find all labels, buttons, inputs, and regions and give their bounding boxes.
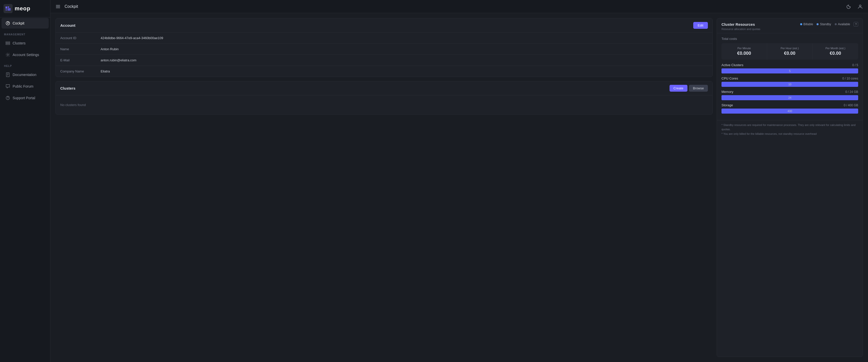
costs-grid: Per Minute €0.000 Per Hour (est.) €0.00 … (721, 43, 858, 60)
topbar: Cockpit (51, 0, 868, 13)
progress-label: 10 (788, 83, 791, 86)
cost-label: Per Minute (725, 47, 763, 50)
available-dot (835, 23, 837, 25)
logo-area: meop (0, 0, 50, 18)
field-label: Account ID (56, 33, 96, 44)
sidebar-item-account-settings-label: Account Settings (12, 53, 39, 57)
resource-name: Active Clusters (721, 63, 743, 67)
svg-point-2 (7, 23, 8, 24)
svg-point-14 (7, 99, 8, 99)
progress-label: 24 (788, 96, 791, 99)
resource-header: Memory 0 / 24 GB (721, 90, 858, 94)
cost-value: €0.00 (771, 51, 808, 56)
clusters-card-title: Clusters (60, 86, 75, 90)
field-value: anton.rubin@eliatra.com (96, 55, 712, 66)
sidebar-item-support-portal-label: Support Portal (12, 96, 35, 100)
resource-quota: 0 / 5 (852, 63, 858, 67)
cost-label: Per Hour (est.) (771, 47, 808, 50)
topbar-right (845, 3, 864, 10)
public-forum-icon (5, 84, 10, 89)
table-row: Name Anton Rubin (56, 44, 712, 55)
svg-rect-9 (6, 73, 9, 77)
left-panel: Account Edit Account ID 424b8dbe-9664-47… (56, 18, 713, 357)
right-panel: Cluster Resources Billable Standby (717, 18, 863, 357)
resource-header: CPU Cores 0 / 10 cores (721, 77, 858, 80)
svg-rect-6 (6, 43, 10, 44)
account-card-title: Account (60, 23, 75, 28)
legend-billable-label: Billable (803, 23, 813, 26)
sidebar-item-clusters[interactable]: Clusters (1, 38, 49, 49)
sidebar-item-account-settings[interactable]: Account Settings (1, 50, 49, 60)
resource-quota: 0 / 24 GB (845, 90, 858, 94)
sidebar-item-support-portal[interactable]: Support Portal (1, 93, 49, 103)
cluster-resources-title: Cluster Resources (721, 22, 755, 27)
progress-track: 400 (721, 109, 858, 114)
svg-point-18 (860, 5, 861, 6)
sidebar-item-cockpit[interactable]: Cockpit (1, 18, 49, 29)
logo-icon (3, 4, 12, 13)
support-portal-icon (5, 96, 10, 100)
cockpit-icon (5, 21, 10, 26)
legend-available-label: Available (838, 23, 850, 26)
resource-header: Storage 0 / 400 GB (721, 103, 858, 107)
field-value: Anton Rubin (96, 44, 712, 55)
moon-icon (846, 4, 851, 9)
footnote: * Standby resources are required for mai… (721, 123, 858, 131)
browse-clusters-button[interactable]: Browse (689, 85, 708, 92)
cluster-header-top: Cluster Resources Billable Standby (721, 22, 858, 27)
resources-list: Active Clusters 0 / 5 5 CPU Cores 0 / 10… (721, 63, 858, 114)
resource-section: Memory 0 / 24 GB 24 (721, 90, 858, 100)
page-title: Cockpit (65, 4, 78, 9)
help-section-label: Help (0, 61, 50, 69)
cluster-resources-card: Cluster Resources Billable Standby (717, 18, 863, 357)
field-value: Eliatra (96, 66, 712, 77)
account-settings-icon (5, 53, 10, 57)
create-cluster-button[interactable]: Create (670, 85, 687, 92)
sidebar-item-public-forum[interactable]: Public Forum (1, 81, 49, 92)
table-row: Account ID 424b8dbe-9664-47e9-aca4-3460b… (56, 33, 712, 44)
cost-label: Per Month (est.) (816, 47, 854, 50)
logo-text: meop (14, 5, 31, 12)
sidebar-item-clusters-label: Clusters (12, 41, 26, 45)
cost-value: €0.000 (725, 51, 763, 56)
progress-label: 5 (789, 69, 790, 73)
field-value: 424b8dbe-9664-47e9-aca4-3460b00ae109 (96, 33, 712, 44)
resource-name: Storage (721, 103, 733, 107)
cost-value: €0.00 (816, 51, 854, 56)
clusters-header-buttons: Create Browse (670, 85, 708, 92)
theme-toggle-button[interactable] (845, 3, 852, 10)
resource-section: Storage 0 / 400 GB 400 (721, 103, 858, 114)
legend-available: Available (835, 23, 850, 26)
progress-track: 24 (721, 95, 858, 100)
field-label: Name (56, 44, 96, 55)
total-costs-section: Total costs Per Minute €0.000 Per Hour (… (721, 37, 858, 60)
legend-billable: Billable (800, 23, 813, 26)
cluster-resources-subtitle: Resource allocation and quotas (721, 28, 858, 31)
account-card-body: Account ID 424b8dbe-9664-47e9-aca4-3460b… (56, 33, 712, 77)
clusters-card-header: Clusters Create Browse (56, 81, 712, 95)
user-menu-button[interactable] (857, 3, 864, 10)
clusters-card: Clusters Create Browse No clusters found (56, 81, 713, 115)
user-icon (858, 4, 863, 9)
table-row: Company Name Eliatra (56, 66, 712, 77)
sidebar: meop Cockpit Management Clusters Account… (0, 0, 51, 362)
resource-quota: 0 / 400 GB (844, 104, 858, 107)
total-costs-title: Total costs (721, 37, 858, 40)
clusters-empty-state: No clusters found (56, 95, 712, 114)
edit-button[interactable]: Edit (693, 22, 708, 29)
sidebar-item-cockpit-label: Cockpit (12, 21, 25, 25)
clusters-icon (5, 41, 10, 46)
sidebar-item-documentation[interactable]: Documentation (1, 69, 49, 80)
resource-name: Memory (721, 90, 733, 94)
menu-toggle-button[interactable] (55, 3, 62, 10)
legend-standby: Standby (816, 23, 831, 26)
help-icon-button[interactable]: ? (854, 22, 858, 27)
resource-header: Active Clusters 0 / 5 (721, 63, 858, 67)
account-info-table: Account ID 424b8dbe-9664-47e9-aca4-3460b… (56, 33, 712, 77)
legend-standby-label: Standby (820, 23, 831, 26)
account-card-header: Account Edit (56, 19, 712, 33)
documentation-icon (5, 73, 10, 77)
cost-item: Per Minute €0.000 (721, 43, 767, 60)
hamburger-icon (56, 4, 61, 9)
sidebar-item-documentation-label: Documentation (12, 73, 36, 77)
